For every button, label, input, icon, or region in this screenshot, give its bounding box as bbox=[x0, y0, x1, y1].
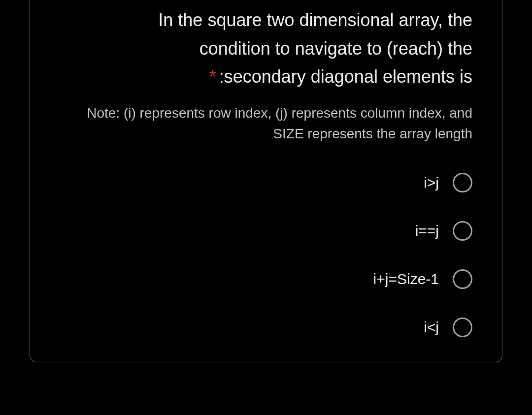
option-row[interactable]: i+j=Size-1 bbox=[60, 269, 472, 289]
radio-icon bbox=[453, 318, 472, 337]
question-note: Note: (i) represents row index, (j) repr… bbox=[60, 103, 472, 144]
option-label: i==j bbox=[415, 223, 439, 239]
option-row[interactable]: i>j bbox=[60, 173, 472, 192]
radio-icon bbox=[453, 221, 472, 241]
question-line-3-text: :secondary diagonal elements is bbox=[219, 66, 472, 87]
option-label: i<j bbox=[424, 319, 439, 336]
options-group: i>j i==j i+j=Size-1 i<j bbox=[60, 173, 472, 337]
question-line-1: In the square two dimensional array, the bbox=[60, 6, 472, 34]
radio-icon bbox=[453, 173, 472, 192]
question-line-2: condition to navigate to (reach) the bbox=[60, 34, 472, 63]
option-row[interactable]: i<j bbox=[60, 318, 472, 337]
option-label: i+j=Size-1 bbox=[373, 271, 439, 287]
question-line-3: *:secondary diagonal elements is bbox=[60, 63, 472, 91]
question-text-block: In the square two dimensional array, the… bbox=[60, 6, 472, 91]
option-label: i>j bbox=[424, 174, 439, 191]
question-card: In the square two dimensional array, the… bbox=[30, 0, 502, 362]
required-marker: * bbox=[209, 66, 216, 87]
radio-icon bbox=[453, 269, 472, 289]
option-row[interactable]: i==j bbox=[60, 221, 472, 241]
